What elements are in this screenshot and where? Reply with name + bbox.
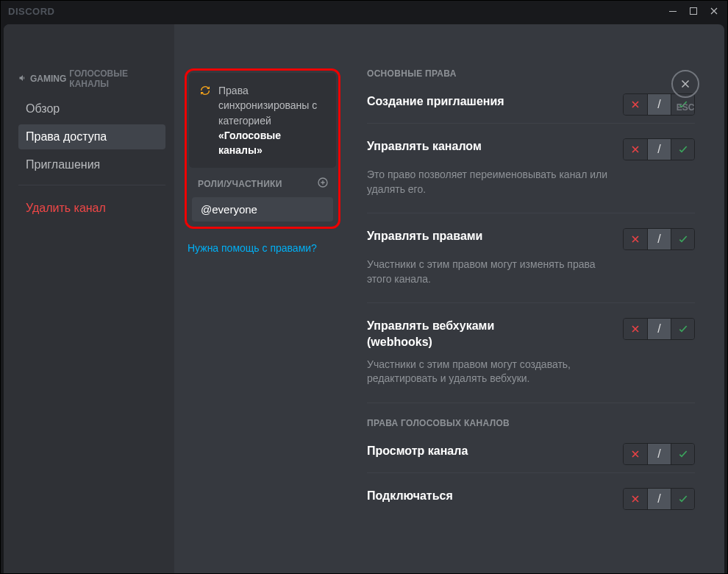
neutral-button[interactable]: /	[647, 139, 671, 160]
tri-toggle: /	[623, 443, 695, 465]
roles-header: РОЛИ/УЧАСТНИКИ	[189, 168, 336, 197]
close-button[interactable]	[704, 1, 724, 21]
perm-title: Управлять правами	[367, 228, 482, 244]
titlebar: DISCORD	[1, 1, 727, 21]
app-name: DISCORD	[8, 6, 54, 17]
permissions-column: ОСНОВНЫЕ ПРАВА Создание приглашения / Уп…	[348, 24, 724, 573]
allow-button[interactable]	[671, 229, 694, 249]
deny-button[interactable]	[624, 229, 647, 249]
tri-toggle: /	[623, 488, 695, 510]
perm-desc: Участники с этим правом могут изменять п…	[367, 258, 610, 286]
breadcrumb: GAMING ГОЛОСОВЫЕ КАНАЛЫ	[18, 68, 165, 89]
sidebar-item-invites[interactable]: Приглашения	[18, 152, 165, 177]
perm-desc: Участники с этим правом могут создавать,…	[367, 358, 610, 386]
maximize-button[interactable]	[683, 1, 704, 21]
perm-row-manage-webhooks: Управлять вебхуками (webhooks) /	[367, 318, 695, 350]
neutral-button[interactable]: /	[647, 94, 671, 115]
perm-title: Просмотр канала	[367, 443, 468, 459]
perm-row-connect: Подключаться /	[367, 488, 695, 510]
deny-button[interactable]	[624, 444, 647, 464]
breadcrumb-category: GAMING	[30, 74, 66, 84]
deny-button[interactable]	[624, 489, 647, 509]
svg-rect-0	[669, 11, 677, 12]
perm-title: Подключаться	[367, 488, 453, 504]
help-link[interactable]: Нужна помощь с правами?	[185, 229, 340, 267]
minimize-button[interactable]	[663, 1, 683, 21]
neutral-button[interactable]: /	[647, 489, 671, 509]
roles-header-label: РОЛИ/УЧАСТНИКИ	[198, 179, 282, 189]
allow-button[interactable]	[671, 444, 694, 464]
esc-label: ESC	[677, 102, 695, 113]
app-window: DISCORD GAMING ГОЛОСОВЫЕ КАНАЛЫ Обзор Пр…	[0, 0, 728, 574]
allow-button[interactable]	[671, 319, 694, 339]
divider	[367, 213, 695, 213]
perm-row-manage-perms: Управлять правами /	[367, 228, 695, 250]
sidebar-item-delete-channel[interactable]: Удалить канал	[18, 196, 165, 221]
sync-icon	[199, 85, 211, 157]
close-icon	[671, 70, 699, 98]
settings-sidebar: GAMING ГОЛОСОВЫЕ КАНАЛЫ Обзор Права дост…	[4, 24, 174, 573]
divider	[367, 302, 695, 303]
sidebar-item-overview[interactable]: Обзор	[18, 96, 165, 121]
sidebar-item-permissions[interactable]: Права доступа	[18, 124, 165, 149]
sync-text: Права синхронизированы с категорией «Гол…	[218, 83, 326, 157]
settings-surface: GAMING ГОЛОСОВЫЕ КАНАЛЫ Обзор Права дост…	[4, 24, 724, 573]
annotation-highlight: Права синхронизированы с категорией «Гол…	[185, 68, 340, 229]
perm-title: Управлять каналом	[367, 138, 482, 155]
tri-toggle: /	[623, 228, 695, 250]
divider	[18, 185, 165, 185]
role-item-everyone[interactable]: @everyone	[192, 197, 333, 222]
perm-title: Управлять вебхуками (webhooks)	[367, 318, 529, 350]
divider	[367, 403, 695, 403]
roles-column: Права синхронизированы с категорией «Гол…	[174, 24, 348, 573]
window-controls	[663, 1, 724, 21]
volume-icon	[18, 72, 27, 85]
divider	[367, 123, 695, 124]
neutral-button[interactable]: /	[647, 319, 671, 339]
breadcrumb-sub: ГОЛОСОВЫЕ КАНАЛЫ	[69, 68, 165, 89]
neutral-button[interactable]: /	[647, 229, 671, 249]
deny-button[interactable]	[624, 319, 647, 339]
neutral-button[interactable]: /	[647, 444, 671, 464]
allow-button[interactable]	[671, 139, 694, 160]
perm-title: Создание приглашения	[367, 93, 504, 110]
divider	[367, 472, 695, 473]
add-role-button[interactable]	[317, 177, 329, 191]
tri-toggle: /	[623, 318, 695, 340]
deny-button[interactable]	[624, 139, 647, 160]
perm-row-view-channel: Просмотр канала /	[367, 443, 695, 465]
deny-button[interactable]	[624, 94, 647, 115]
allow-button[interactable]	[671, 489, 694, 509]
svg-rect-1	[690, 8, 697, 15]
section-header-general: ОСНОВНЫЕ ПРАВА	[367, 68, 695, 79]
sync-card: Права синхронизированы с категорией «Гол…	[189, 73, 336, 168]
perm-row-create-invite: Создание приглашения /	[367, 93, 695, 116]
perm-row-manage-channel: Управлять каналом /	[367, 138, 695, 160]
perm-desc: Это право позволяет переименовывать кана…	[367, 168, 610, 196]
tri-toggle: /	[623, 138, 695, 160]
close-settings-button[interactable]: ESC	[671, 70, 699, 113]
section-header-voice: ПРАВА ГОЛОСОВЫХ КАНАЛОВ	[367, 418, 695, 428]
